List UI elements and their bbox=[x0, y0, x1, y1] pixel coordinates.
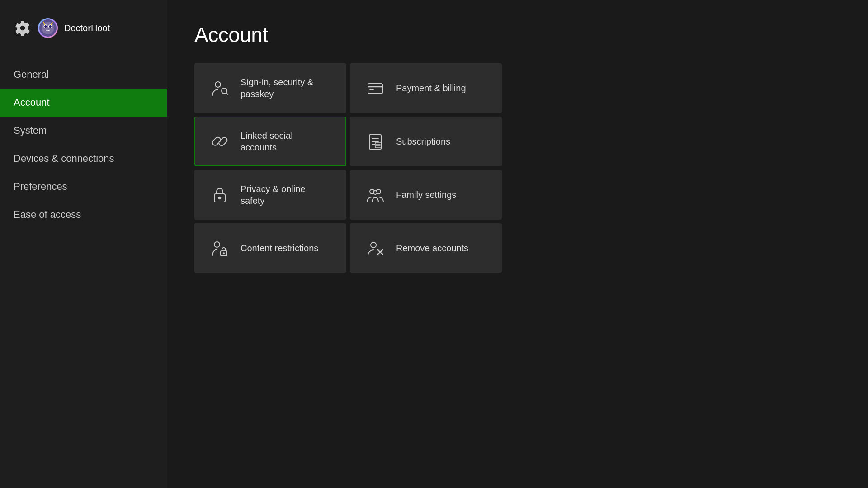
tile-payment[interactable]: Payment & billing bbox=[350, 63, 502, 113]
list-doc-icon bbox=[365, 131, 385, 151]
svg-point-1 bbox=[42, 22, 54, 34]
sidebar-item-ease[interactable]: Ease of access bbox=[0, 201, 167, 229]
tile-remove-accounts-label: Remove accounts bbox=[396, 242, 468, 254]
tile-family-label: Family settings bbox=[396, 189, 456, 201]
sidebar-item-account[interactable]: Account bbox=[0, 89, 167, 117]
sidebar-header: DoctorHoot bbox=[0, 18, 167, 56]
person-lock-icon bbox=[210, 238, 230, 258]
svg-line-8 bbox=[226, 93, 228, 94]
main-content: Account Sign-in, security & passkey bbox=[167, 0, 868, 488]
gear-icon bbox=[14, 19, 32, 37]
tile-linked-social-label: Linked social accounts bbox=[241, 130, 331, 153]
link-icon bbox=[210, 131, 230, 151]
person-key-icon bbox=[210, 78, 230, 98]
tile-subscriptions-label: Subscriptions bbox=[396, 136, 450, 147]
username-label: DoctorHoot bbox=[64, 23, 110, 33]
svg-point-20 bbox=[219, 197, 221, 199]
svg-point-26 bbox=[223, 253, 225, 254]
tile-privacy[interactable]: Privacy & online safety bbox=[194, 170, 346, 220]
tile-sign-in-label: Sign-in, security & passkey bbox=[241, 76, 331, 100]
svg-point-4 bbox=[44, 25, 47, 28]
avatar bbox=[38, 18, 58, 38]
credit-card-icon bbox=[365, 78, 385, 98]
tile-subscriptions[interactable]: Subscriptions bbox=[350, 117, 502, 166]
person-remove-icon bbox=[365, 238, 385, 258]
svg-rect-9 bbox=[368, 84, 382, 94]
tile-content-restrictions[interactable]: Content restrictions bbox=[194, 223, 346, 273]
sidebar-item-preferences[interactable]: Preferences bbox=[0, 173, 167, 201]
svg-point-27 bbox=[371, 242, 376, 248]
sidebar-item-general[interactable]: General bbox=[0, 61, 167, 89]
sidebar-item-system[interactable]: System bbox=[0, 117, 167, 145]
tile-sign-in[interactable]: Sign-in, security & passkey bbox=[194, 63, 346, 113]
tile-remove-accounts[interactable]: Remove accounts bbox=[350, 223, 502, 273]
tile-content-restrictions-label: Content restrictions bbox=[241, 242, 318, 254]
people-icon bbox=[365, 185, 385, 205]
tile-family[interactable]: Family settings bbox=[350, 170, 502, 220]
lock-icon bbox=[210, 185, 230, 205]
nav-menu: General Account System Devices & connect… bbox=[0, 61, 167, 229]
svg-point-5 bbox=[49, 25, 52, 28]
sidebar: DoctorHoot General Account System Device… bbox=[0, 0, 167, 488]
svg-point-24 bbox=[214, 242, 220, 247]
tiles-grid: Sign-in, security & passkey Payment & bi… bbox=[194, 63, 502, 273]
sidebar-item-devices[interactable]: Devices & connections bbox=[0, 145, 167, 173]
svg-point-6 bbox=[215, 82, 221, 87]
page-title: Account bbox=[194, 23, 841, 47]
svg-point-23 bbox=[373, 191, 377, 194]
tile-payment-label: Payment & billing bbox=[396, 82, 466, 94]
tile-privacy-label: Privacy & online safety bbox=[241, 183, 331, 206]
svg-rect-16 bbox=[375, 142, 381, 148]
tile-linked-social[interactable]: Linked social accounts bbox=[194, 117, 346, 166]
